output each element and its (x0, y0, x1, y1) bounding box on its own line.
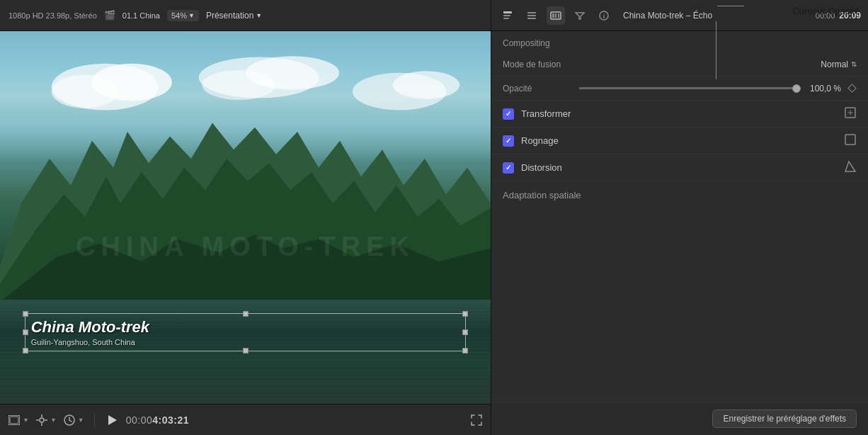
video-topbar: 1080p HD 23.98p, Stéréo 🎬 01.1 China 54%… (0, 0, 491, 31)
svg-rect-15 (527, 12, 536, 13)
keyframe-diamond-icon (847, 84, 857, 93)
timecode-current: 00:00 (126, 414, 153, 426)
opacity-value: 100,0 % (802, 84, 841, 94)
zoom-chevron-icon: ▼ (188, 12, 195, 19)
tab-info[interactable]: i (595, 6, 613, 25)
app-layout: 1080p HD 23.98p, Stéréo 🎬 01.1 China 54%… (0, 0, 868, 435)
svg-rect-9 (10, 417, 18, 424)
speed-button[interactable]: ▼ (64, 414, 84, 426)
handle-top-mid[interactable] (243, 311, 249, 317)
blend-mode-label: Mode de fusion (503, 60, 616, 69)
distorsion-expand-icon[interactable] (844, 160, 857, 175)
svg-rect-20 (555, 13, 556, 18)
distorsion-row: Distorsion (491, 154, 868, 181)
opacity-label: Opacité (503, 84, 573, 94)
transform-tool-button[interactable]: ▼ (36, 414, 57, 426)
frame-view-button[interactable]: ▼ (8, 415, 29, 425)
mountains (0, 87, 491, 311)
transformer-checkbox[interactable] (503, 108, 514, 120)
svg-rect-12 (503, 11, 512, 13)
frame-view-chevron-icon: ▼ (23, 417, 29, 424)
svg-rect-13 (503, 15, 510, 16)
transformer-label: Transformer (521, 108, 837, 119)
inspector-timecodes: 00:00 20:09 (816, 11, 861, 21)
play-button[interactable] (105, 413, 119, 427)
presentation-chevron-icon: ▼ (256, 12, 262, 19)
svg-rect-16 (527, 15, 536, 16)
transform-chevron-icon: ▼ (50, 417, 57, 424)
svg-rect-19 (552, 13, 554, 18)
blend-mode-selector[interactable]: Normal ⇅ (616, 60, 857, 69)
rognage-expand-icon[interactable] (844, 133, 857, 148)
compositing-label: Compositing (503, 38, 550, 48)
inspector-title: China Moto-trek – Écho (619, 11, 810, 21)
blend-mode-value: Normal (821, 60, 848, 69)
inspector-footer: Enregistrer le préréglage d'effets (491, 402, 868, 435)
handle-mid-right[interactable] (462, 329, 468, 335)
presentation-button[interactable]: Présentation ▼ (206, 11, 262, 21)
video-title-main: China Moto-trek (31, 318, 460, 337)
speed-chevron-icon: ▼ (78, 417, 84, 424)
video-meta: 1080p HD 23.98p, Stéréo (8, 11, 97, 20)
adaptation-label: Adaptation spatiale (503, 190, 857, 200)
distorsion-checkbox[interactable] (503, 162, 514, 174)
timecode-display: 00:004:03:21 (126, 414, 189, 426)
play-icon (108, 415, 117, 425)
inspector-topbar: i China Moto-trek – Écho 00:00 20:09 (491, 0, 868, 31)
handle-top-left[interactable] (23, 311, 28, 317)
svg-rect-17 (527, 18, 536, 19)
video-canvas: CHINA MOTO-TREK China Moto-trek Guilin-Y… (0, 31, 491, 404)
time-end: 20:09 (839, 11, 861, 21)
svg-marker-26 (845, 162, 855, 171)
video-title-sub: Guilin-Yangshuo, South China (31, 338, 460, 346)
time-start: 00:00 (816, 11, 835, 20)
svg-rect-25 (845, 135, 855, 145)
inspector-body: Compositing Mode de fusion Normal ⇅ Opac… (491, 31, 868, 402)
tab-text[interactable] (498, 6, 517, 25)
adaptation-row: Adaptation spatiale (491, 181, 868, 208)
rognage-row: Rognage (491, 128, 868, 154)
tab-list[interactable] (522, 6, 541, 25)
compositing-section-header: Compositing (491, 31, 868, 52)
inspector-panel: i China Moto-trek – Écho 00:00 20:09 Com… (491, 0, 868, 435)
handle-mid-left[interactable] (23, 329, 28, 335)
svg-rect-14 (503, 18, 509, 19)
zoom-value: 54% (171, 11, 187, 20)
title-overlay[interactable]: China Moto-trek Guilin-Yangshuo, South C… (25, 313, 467, 351)
rognage-label: Rognage (521, 135, 837, 146)
handle-bot-left[interactable] (23, 348, 28, 354)
opacity-keyframe-button[interactable] (847, 84, 857, 94)
tab-film[interactable] (547, 6, 565, 25)
presentation-label: Présentation (206, 11, 253, 21)
opacity-row: Opacité 100,0 % (491, 77, 868, 101)
film-strip-icon: 🎬 (104, 10, 115, 21)
timecode-main: 4:03:21 (152, 414, 189, 426)
save-preset-button[interactable]: Enregistrer le préréglage d'effets (712, 409, 857, 428)
opacity-slider[interactable] (579, 87, 796, 89)
distorsion-label: Distorsion (521, 162, 837, 173)
opacity-slider-fill (579, 87, 796, 89)
svg-point-10 (40, 418, 44, 422)
zoom-control[interactable]: 54% ▼ (167, 10, 199, 21)
svg-rect-21 (558, 13, 559, 18)
rognage-checkbox[interactable] (503, 135, 514, 147)
transformer-row: Transformer (491, 101, 868, 128)
content-row: 1080p HD 23.98p, Stéréo 🎬 01.1 China 54%… (0, 0, 868, 435)
opacity-slider-thumb[interactable] (792, 84, 801, 93)
video-panel: 1080p HD 23.98p, Stéréo 🎬 01.1 China 54%… (0, 0, 491, 435)
divider-1 (94, 413, 95, 427)
handle-top-right[interactable] (462, 311, 468, 317)
fullscreen-button[interactable] (471, 414, 482, 426)
blend-mode-row: Mode de fusion Normal ⇅ (491, 52, 868, 77)
blend-mode-arrows-icon: ⇅ (851, 60, 857, 68)
handle-bot-mid[interactable] (243, 348, 249, 354)
handle-bot-right[interactable] (462, 348, 468, 354)
video-controls: ▼ ▼ ▼ 00:004:03:21 (0, 404, 491, 435)
clip-name: 01.1 China (122, 11, 160, 20)
tab-filter[interactable] (571, 6, 589, 25)
svg-text:i: i (603, 13, 605, 20)
transformer-expand-icon[interactable] (844, 106, 857, 121)
